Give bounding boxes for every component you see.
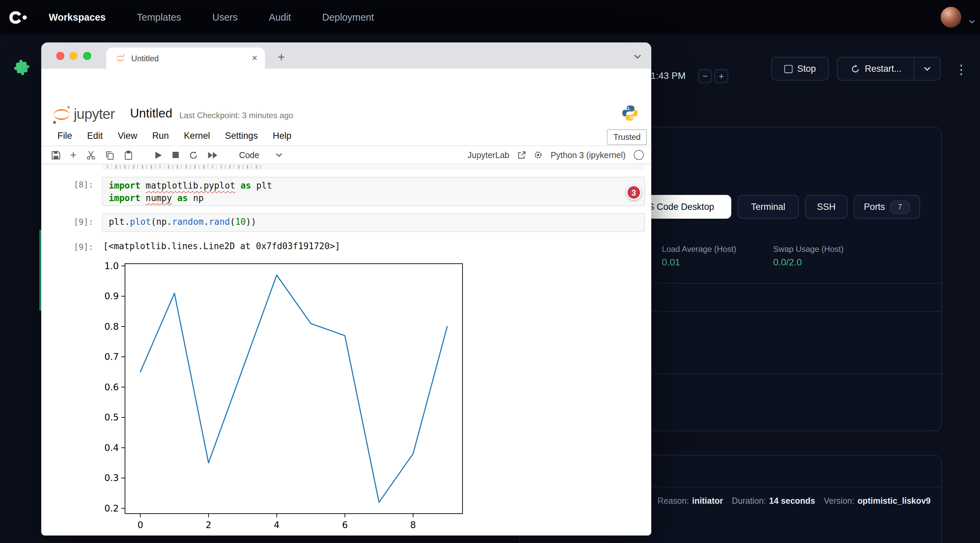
coder-logo-glyph [7, 10, 28, 26]
svg-text:8: 8 [410, 520, 416, 530]
save-icon[interactable] [51, 150, 60, 160]
svg-text:0.4: 0.4 [104, 443, 119, 453]
nav-item-audit[interactable]: Audit [269, 11, 291, 23]
reason-label: Reason: [658, 496, 689, 505]
restart-run-all-icon[interactable] [207, 151, 218, 159]
browser-window: Untitled × + ← → 5555--main--test--matif… [41, 43, 651, 535]
reason-value: initiator [692, 496, 723, 505]
browser-toolbar: ← → 5555--main--test--matifali.atif.cdr.… [41, 69, 651, 99]
copy-cell-icon[interactable] [105, 150, 114, 160]
puzzle-icon[interactable] [11, 57, 32, 79]
ports-count-badge: 7 [890, 200, 910, 214]
ports-label: Ports [864, 202, 885, 212]
terminal-button[interactable]: Terminal [738, 195, 799, 219]
svg-text:4: 4 [274, 520, 280, 530]
stop-square-icon [784, 65, 792, 73]
coder-logo-icon[interactable] [5, 9, 30, 26]
workspace-menu-kebab[interactable]: ⋮ [955, 62, 967, 77]
svg-text:6: 6 [342, 520, 348, 530]
duration-label: Duration: [732, 496, 766, 505]
paste-cell-icon[interactable] [124, 150, 133, 160]
active-accent-bar [39, 230, 41, 310]
user-avatar[interactable] [941, 7, 961, 27]
ssh-label: SSH [817, 202, 835, 212]
menu-kernel[interactable]: Kernel [184, 131, 210, 141]
line-chart: 0.20.30.40.50.60.70.80.91.002468 [72, 259, 472, 535]
jupyter-page: jupyter Untitled Last Checkpoint: 3 minu… [41, 99, 651, 535]
top-nav: Workspaces Templates Users Audit Deploym… [0, 0, 980, 35]
menu-file[interactable]: File [57, 131, 72, 141]
gear-icon[interactable] [534, 151, 542, 159]
zoom-in-button[interactable]: + [714, 70, 729, 83]
terminal-label: Terminal [751, 202, 785, 212]
notebook-title[interactable]: Untitled [130, 106, 172, 121]
svg-text:0.2: 0.2 [104, 503, 119, 514]
run-cell-icon[interactable] [154, 151, 162, 159]
svg-text:2: 2 [205, 520, 211, 530]
chevron-down-icon [276, 152, 282, 157]
nav-items: Workspaces Templates Users Audit Deploym… [49, 11, 374, 23]
restart-icon [850, 64, 860, 73]
tab-close-icon[interactable]: × [251, 53, 257, 63]
browser-tab[interactable]: Untitled × [106, 48, 265, 69]
jupyter-logo-icon [51, 104, 72, 125]
cell9-prompt: [9]: [74, 218, 94, 227]
clipped-text-marks [107, 165, 263, 168]
cell8-code-editor[interactable]: import matplotlib.pyplot as pltimport nu… [102, 177, 645, 206]
ssh-button[interactable]: SSH [805, 195, 848, 219]
cell8-notification-badge[interactable]: 3 [626, 185, 641, 200]
svg-text:0.7: 0.7 [104, 351, 119, 362]
menu-view[interactable]: View [118, 131, 137, 141]
restart-kernel-icon[interactable] [189, 150, 198, 160]
menu-run[interactable]: Run [153, 131, 169, 141]
kernel-name[interactable]: Python 3 (ipykernel) [550, 150, 626, 160]
restart-button[interactable]: Restart... [837, 57, 914, 81]
cell9-code-editor[interactable]: plt.plot(np.random.rand(10)) [102, 213, 645, 232]
duration-value: 14 seconds [769, 496, 815, 505]
toolbar-right-group: JupyterLab Python 3 (ipykernel) [468, 146, 644, 164]
tab-search-chevron-icon[interactable] [634, 51, 641, 62]
svg-text:0.5: 0.5 [104, 412, 119, 422]
svg-text:0.3: 0.3 [104, 473, 119, 483]
nav-item-templates[interactable]: Templates [137, 11, 181, 23]
cut-cell-icon[interactable] [86, 150, 95, 160]
cell-type-select[interactable]: Code [239, 150, 282, 160]
build-version: Version: optimistic_liskov9 [824, 496, 931, 505]
restart-label: Restart... [865, 64, 902, 74]
menu-settings[interactable]: Settings [225, 131, 258, 141]
trusted-button[interactable]: Trusted [607, 129, 647, 145]
swap-usage-value: 0.0/2.0 [773, 257, 802, 267]
ports-button[interactable]: Ports 7 [854, 195, 920, 219]
jupyterlab-link[interactable]: JupyterLab [468, 150, 509, 160]
nav-item-users[interactable]: Users [212, 11, 238, 23]
add-cell-icon[interactable]: + [70, 148, 76, 162]
new-tab-button[interactable]: + [274, 49, 288, 64]
checkpoint-status: Last Checkpoint: 3 minutes ago [180, 111, 293, 120]
build-duration: Duration: 14 seconds [732, 496, 815, 505]
menu-items: File Edit View Run Kernel Settings Help [57, 131, 651, 141]
close-window-button[interactable] [56, 52, 64, 60]
interrupt-kernel-icon[interactable] [172, 151, 179, 159]
clipped-cell-remnant [102, 165, 645, 170]
restart-options-button[interactable] [914, 57, 940, 81]
nav-item-workspaces[interactable]: Workspaces [49, 11, 106, 23]
tab-title: Untitled [131, 54, 252, 63]
load-average-label: Load Average (Host) [662, 245, 737, 254]
nav-item-deployment[interactable]: Deployment [322, 11, 374, 23]
svg-text:0.9: 0.9 [104, 291, 119, 301]
vscode-desktop-label: VS Code Desktop [642, 202, 714, 212]
menu-help[interactable]: Help [273, 131, 291, 141]
clock-text: 1:43 PM [651, 70, 686, 81]
external-link-icon[interactable] [517, 151, 525, 159]
menu-edit[interactable]: Edit [87, 131, 103, 141]
stop-button[interactable]: Stop [772, 57, 829, 81]
jupyter-favicon [115, 53, 126, 63]
jupyter-wordmark: jupyter [74, 106, 115, 122]
minimize-window-button[interactable] [69, 52, 77, 60]
svg-text:1.0: 1.0 [104, 261, 119, 271]
chevron-down-icon[interactable] [969, 15, 975, 26]
python-logo-icon [621, 104, 639, 122]
fullscreen-window-button[interactable] [83, 52, 91, 60]
build-info-row: Reason: initiator Duration: 14 seconds V… [658, 496, 931, 505]
zoom-out-button[interactable]: − [698, 70, 712, 83]
